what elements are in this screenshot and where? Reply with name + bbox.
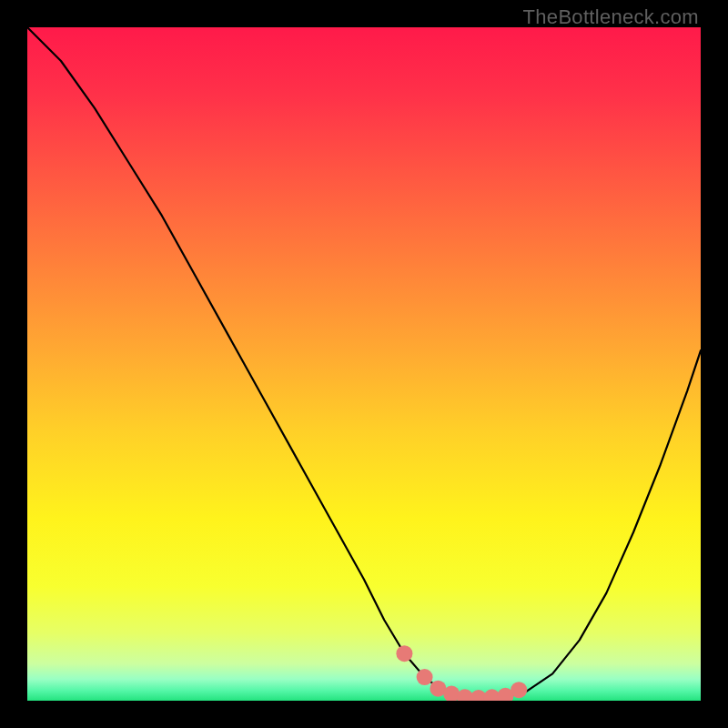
highlight-markers xyxy=(396,645,527,701)
chart-frame: TheBottleneck.com xyxy=(0,0,728,728)
marker-point xyxy=(511,682,527,698)
plot-area xyxy=(27,27,701,701)
marker-point xyxy=(396,645,412,662)
marker-point xyxy=(417,669,433,685)
watermark-text: TheBottleneck.com xyxy=(523,5,699,29)
bottleneck-curve xyxy=(27,27,701,698)
curve-layer xyxy=(27,27,701,701)
